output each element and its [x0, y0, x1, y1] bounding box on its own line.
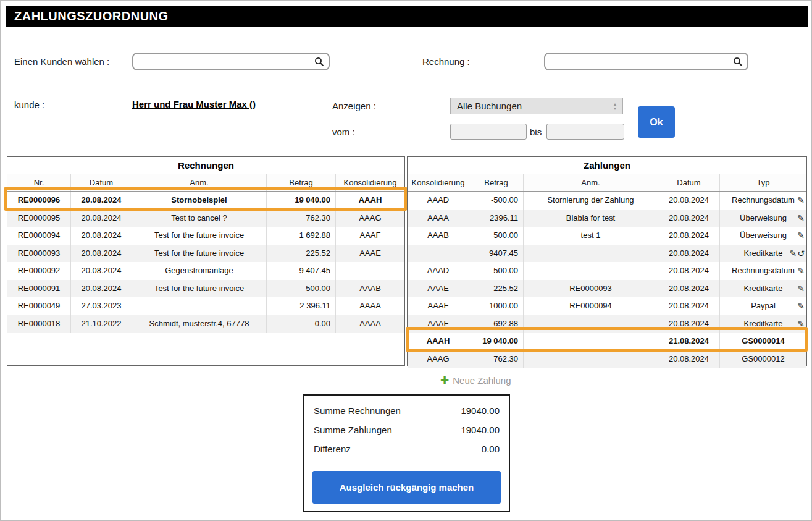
betrag-cell: 225.52	[267, 245, 336, 263]
invoice-search-input[interactable]	[550, 56, 732, 67]
payment-row[interactable]: AAAF692.8820.08.2024Kreditkarte✎	[408, 315, 806, 333]
bis-label: bis	[530, 127, 542, 137]
invoice-search-label: Rechnung :	[422, 56, 470, 67]
undo-icon[interactable]: ↺	[797, 249, 805, 258]
summary-row-difference: Differenz 0.00	[312, 444, 501, 463]
edit-icon[interactable]: ✎	[797, 231, 805, 240]
anm-cell: Test for the future invoice	[132, 227, 267, 245]
customer-link[interactable]: Herr und Frau Muster Max ()	[132, 99, 256, 109]
search-icon[interactable]	[732, 56, 743, 67]
anm-cell	[524, 245, 658, 263]
row-icons: ✎	[797, 262, 805, 280]
payments-table-title: Zahlungen	[408, 157, 806, 174]
row-icons: ✎	[797, 315, 805, 333]
betrag-cell: 19 040.00	[469, 333, 524, 350]
betrag-cell: 9 407.45	[267, 262, 336, 280]
invoice-search-box	[544, 53, 748, 70]
payment-row[interactable]: AAAA2396.11Blabla for test20.08.2024Über…	[408, 210, 806, 227]
bis-input[interactable]	[546, 124, 624, 140]
kons-cell: AAAE	[336, 245, 404, 263]
kons-cell: AAAA	[336, 315, 404, 333]
betrag-cell: -500.00	[469, 192, 524, 210]
undo-settlement-button[interactable]: Ausgleich rückgängig machen	[312, 471, 501, 504]
anzeigen-label: Anzeigen :	[332, 101, 376, 111]
customer-search-input[interactable]	[138, 56, 314, 67]
edit-icon[interactable]: ✎	[797, 196, 805, 205]
edit-icon[interactable]: ✎	[790, 249, 797, 258]
invoice-row[interactable]: RE000009620.08.2024Stornobeispiel19 040.…	[7, 192, 404, 210]
nr-cell: RE0000092	[7, 262, 71, 280]
datum-cell: 27.03.2023	[71, 297, 132, 315]
typ-cell: GS0000012	[720, 350, 806, 368]
invoice-row[interactable]: RE000009420.08.2024Test for the future i…	[7, 227, 404, 245]
edit-icon[interactable]: ✎	[797, 284, 805, 293]
typ-cell: Überweisung✎	[720, 210, 806, 227]
new-payment-button[interactable]: ✚ Neue Zahlung	[440, 375, 511, 386]
nr-cell: RE0000049	[7, 297, 71, 315]
anzeigen-selected-value: Alle Buchungen	[457, 101, 522, 111]
invoices-table: Rechnungen Nr.DatumAnm.BetragKonsolidier…	[7, 156, 405, 366]
kons-cell	[408, 245, 469, 263]
edit-icon[interactable]: ✎	[797, 214, 805, 222]
typ-cell: Kreditkarte✎	[720, 315, 806, 333]
kunde-label: kunde :	[14, 100, 44, 110]
payment-row[interactable]: AAAG762.3020.08.2024GS0000012	[408, 350, 806, 368]
typ-cell: Rechnungsdatum✎	[720, 262, 806, 280]
edit-icon[interactable]: ✎	[797, 302, 805, 310]
invoice-row[interactable]: RE000004927.03.20232 396.11AAAA	[7, 297, 404, 315]
column-header: Datum	[658, 174, 720, 191]
kons-cell: AAAD	[408, 192, 469, 210]
anm-cell	[132, 297, 267, 315]
datum-cell: 20.08.2024	[658, 210, 720, 227]
new-payment-label: Neue Zahlung	[453, 375, 511, 386]
datum-cell: 20.08.2024	[71, 192, 132, 210]
payments-header: KonsolidierungBetragAnm.DatumTyp	[408, 174, 806, 192]
ok-button[interactable]: Ok	[638, 106, 675, 138]
kons-cell: AAAB	[408, 227, 469, 245]
payment-row[interactable]: 9407.4520.08.2024Kreditkarte✎↺	[408, 245, 806, 263]
betrag-cell: 2396.11	[469, 210, 524, 227]
anzeigen-select[interactable]: Alle Buchungen ▲▼	[450, 98, 623, 114]
column-header: Typ	[720, 174, 806, 191]
vom-input[interactable]	[450, 124, 527, 140]
row-icons: ✎	[797, 192, 805, 210]
search-icon[interactable]	[314, 56, 325, 67]
customer-select-label: Einen Kunden wählen :	[14, 56, 109, 67]
row-icons: ✎↺	[790, 245, 805, 263]
column-header: Konsolidierung	[408, 174, 469, 191]
invoice-row[interactable]: RE000009320.08.2024Test for the future i…	[7, 245, 404, 263]
kons-cell: AAAG	[336, 210, 404, 227]
edit-icon[interactable]: ✎	[797, 266, 805, 275]
column-header: Betrag	[267, 174, 336, 191]
datum-cell: 20.08.2024	[71, 210, 132, 227]
payment-row[interactable]: AAAF1000.00RE000009420.08.2024Paypal✎	[408, 297, 806, 315]
spinner-arrows-icon[interactable]: ▲▼	[610, 102, 620, 111]
invoice-row[interactable]: RE000009220.08.2024Gegenstromanlage9 407…	[7, 262, 404, 280]
row-icons: ✎	[797, 297, 805, 315]
invoice-row[interactable]: RE000009120.08.2024Test for the future i…	[7, 280, 404, 298]
row-icons: ✎	[797, 280, 805, 298]
kons-cell: AAAA	[408, 210, 469, 227]
anm-cell: Test for the future invoice	[132, 245, 267, 263]
payment-row[interactable]: AAAH19 040.0021.08.2024GS0000014	[408, 333, 806, 350]
payment-row[interactable]: AAAD500.0020.08.2024Rechnungsdatum✎	[408, 262, 806, 280]
payment-row[interactable]: AAAD-500.00Stornierung der Zahlung20.08.…	[408, 192, 806, 210]
betrag-cell: 762.30	[267, 210, 336, 227]
payment-row[interactable]: AAAE225.52RE000009320.08.2024Kreditkarte…	[408, 280, 806, 298]
datum-cell: 20.08.2024	[658, 315, 720, 333]
kons-cell: AAAH	[408, 333, 469, 350]
summary-label: Differenz	[314, 444, 351, 454]
typ-label: Überweisung	[740, 231, 787, 240]
nr-cell: RE0000096	[7, 192, 71, 210]
invoice-row[interactable]: RE000001821.10.2022Schmidt, musterstr.4,…	[7, 315, 404, 333]
edit-icon[interactable]: ✎	[797, 320, 805, 328]
typ-label: Rechnungsdatum	[732, 195, 795, 205]
payment-row[interactable]: AAAB500.00test 120.08.2024Überweisung✎	[408, 227, 806, 245]
kons-cell: AAAF	[408, 315, 469, 333]
betrag-cell: 500.00	[469, 227, 524, 245]
datum-cell: 20.08.2024	[71, 227, 132, 245]
typ-cell: Paypal✎	[720, 297, 806, 315]
invoice-row[interactable]: RE000009520.08.2024Test to cancel ?762.3…	[7, 210, 404, 227]
typ-label: Überweisung	[740, 213, 787, 222]
row-icons: ✎	[797, 210, 805, 227]
